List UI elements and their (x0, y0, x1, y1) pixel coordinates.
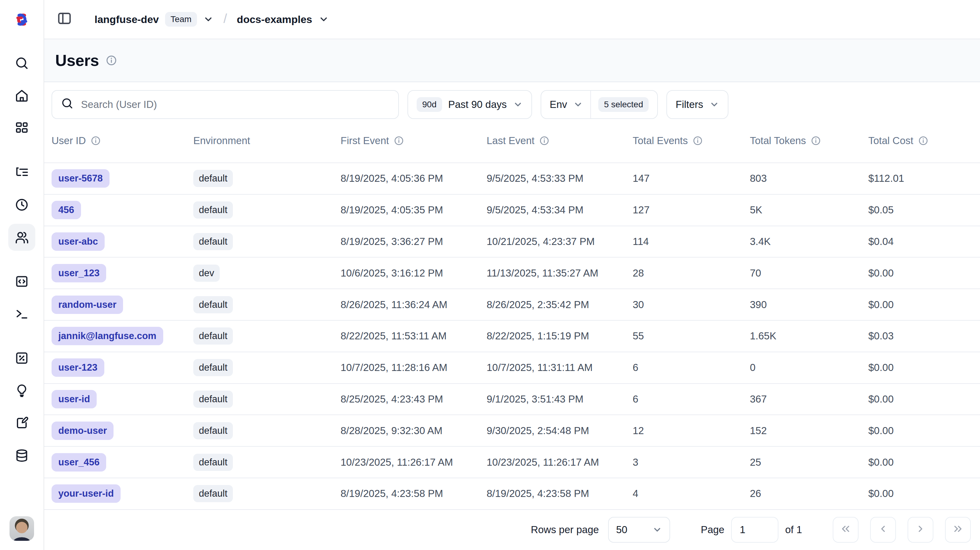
user-id-badge[interactable]: 456 (51, 201, 81, 219)
date-range-button[interactable]: 90d Past 90 days (407, 90, 532, 119)
chevron-down-icon[interactable] (203, 14, 213, 25)
table-row[interactable]: user-123default10/7/2025, 11:28:16 AM10/… (44, 352, 980, 384)
env-selected-badge: 5 selected (598, 97, 649, 112)
last-event-cell: 10/23/2025, 11:26:17 AM (487, 456, 633, 468)
table-row[interactable]: demo-userdefault8/28/2025, 9:32:30 AM9/3… (44, 415, 980, 447)
user-id-cell: random-user (51, 296, 193, 314)
environment-cell: default (193, 233, 340, 250)
info-icon (693, 136, 703, 146)
chevron-left-icon (877, 523, 889, 537)
table-row[interactable]: user-5678default8/19/2025, 4:05:36 PM9/5… (44, 163, 980, 195)
user-menu[interactable] (10, 516, 34, 541)
sidebar-item-insights[interactable] (8, 377, 35, 404)
sidebar-item-home[interactable] (8, 82, 35, 109)
breadcrumb-project[interactable]: langfuse-dev (94, 13, 159, 25)
table-row[interactable]: 456default8/19/2025, 4:05:35 PM9/5/2025,… (44, 195, 980, 226)
total-tokens-cell: 26 (750, 488, 868, 499)
sidebar-item-users[interactable] (8, 224, 35, 251)
column-header-last-event[interactable]: Last Event (487, 135, 633, 147)
user-id-badge[interactable]: jannik@langfuse.com (51, 327, 163, 345)
sidebar-item-datasets[interactable] (8, 442, 35, 469)
table-row[interactable]: user-iddefault8/25/2025, 4:23:43 PM9/1/2… (44, 384, 980, 415)
avatar[interactable] (10, 516, 34, 541)
first-event-cell: 8/22/2025, 11:53:11 AM (340, 330, 487, 342)
total-events-cell: 6 (633, 393, 750, 405)
info-icon (106, 55, 117, 66)
sidebar-item-annotation[interactable] (8, 410, 35, 437)
chevron-down-icon (513, 100, 523, 109)
total-cost-cell: $0.00 (868, 299, 973, 311)
total-tokens-cell: 152 (750, 425, 868, 437)
table-row[interactable]: random-userdefault8/26/2025, 11:36:24 AM… (44, 289, 980, 321)
clock-icon (14, 197, 29, 212)
rows-per-page-select[interactable]: 50 (608, 517, 670, 543)
column-header-environment[interactable]: Environment (193, 135, 340, 147)
environment-cell: default (193, 201, 340, 219)
user-id-badge[interactable]: user-123 (51, 358, 104, 377)
sidebar-toggle-button[interactable] (54, 8, 75, 31)
total-events-cell: 3 (633, 456, 750, 468)
page-header: Users (44, 39, 980, 82)
user-id-badge[interactable]: user-5678 (51, 169, 110, 188)
environment-cell: default (193, 485, 340, 502)
user-id-badge[interactable]: user_123 (51, 264, 106, 282)
column-header-user-id[interactable]: User ID (51, 135, 193, 147)
first-page-button[interactable] (833, 517, 859, 543)
sidebar-item-playground[interactable] (8, 300, 35, 327)
user-id-cell: 456 (51, 201, 193, 219)
column-header-first-event[interactable]: First Event (340, 135, 487, 147)
environment-badge: default (193, 170, 233, 187)
table-row[interactable]: user-abcdefault8/19/2025, 3:36:27 PM10/2… (44, 226, 980, 258)
last-page-button[interactable] (945, 517, 971, 543)
chevron-down-icon[interactable] (318, 14, 329, 25)
environment-cell: default (193, 296, 340, 313)
sidebar-item-dashboards[interactable] (8, 115, 35, 142)
sidebar-item-tracing[interactable] (8, 159, 35, 186)
environment-cell: dev (193, 265, 340, 282)
environment-badge: default (193, 422, 233, 439)
table-row[interactable]: user_123dev10/6/2025, 3:16:12 PM11/13/20… (44, 258, 980, 289)
column-header-total-events[interactable]: Total Events (633, 135, 750, 147)
filters-button[interactable]: Filters (667, 90, 729, 119)
previous-page-button[interactable] (870, 517, 896, 543)
last-event-cell: 10/21/2025, 4:23:37 PM (487, 236, 633, 247)
column-header-total-cost[interactable]: Total Cost (868, 135, 973, 147)
environment-cell: default (193, 327, 340, 345)
lightbulb-icon (14, 383, 29, 398)
column-header-total-tokens[interactable]: Total Tokens (750, 135, 868, 147)
sidebar-item-evaluation[interactable] (8, 345, 35, 372)
file-code-icon (14, 274, 29, 289)
table-row[interactable]: user_456default10/23/2025, 11:26:17 AM10… (44, 447, 980, 478)
environment-badge: default (193, 485, 233, 502)
total-events-cell: 147 (633, 173, 750, 184)
home-icon (14, 88, 29, 103)
first-event-cell: 8/26/2025, 11:36:24 AM (340, 299, 487, 311)
user-id-badge[interactable]: demo-user (51, 422, 113, 440)
next-page-button[interactable] (908, 517, 933, 543)
user-id-badge[interactable]: your-user-id (51, 484, 121, 503)
search-box[interactable] (51, 90, 399, 119)
total-cost-cell: $0.00 (868, 362, 973, 373)
breadcrumb-separator: / (223, 11, 227, 26)
user-id-badge[interactable]: user-id (51, 390, 97, 408)
table-row[interactable]: jannik@langfuse.comdefault8/22/2025, 11:… (44, 321, 980, 352)
last-event-cell: 9/5/2025, 4:53:34 PM (487, 204, 633, 216)
sidebar-item-prompts[interactable] (8, 268, 35, 295)
page-number-input[interactable] (731, 517, 778, 543)
last-event-cell: 10/7/2025, 11:31:11 AM (487, 362, 633, 373)
page-title: Users (55, 51, 99, 70)
main-content: langfuse-dev Team / docs-examples Users … (44, 0, 980, 550)
user-id-badge[interactable]: random-user (51, 296, 123, 314)
search-input[interactable] (81, 99, 390, 110)
sidebar-item-sessions[interactable] (8, 191, 35, 218)
user-id-badge[interactable]: user_456 (51, 453, 106, 472)
env-filter-button[interactable]: Env 5 selected (541, 90, 658, 119)
user-id-badge[interactable]: user-abc (51, 232, 105, 251)
last-event-cell: 11/13/2025, 11:35:27 AM (487, 267, 633, 279)
sidebar (0, 0, 44, 550)
sidebar-item-search[interactable] (8, 50, 35, 77)
search-icon (61, 97, 74, 112)
table-row[interactable]: your-user-iddefault8/19/2025, 4:23:58 PM… (44, 478, 980, 510)
langfuse-logo (0, 0, 44, 39)
breadcrumb-environment[interactable]: docs-examples (237, 13, 312, 25)
